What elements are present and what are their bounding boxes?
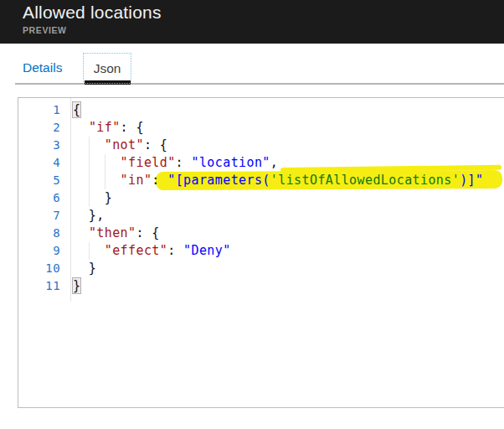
- line-content: {: [63, 101, 80, 119]
- token: "not": [105, 137, 144, 152]
- token: :: [152, 173, 167, 188]
- preview-badge: PREVIEW: [23, 25, 67, 35]
- bracket-match: {: [73, 102, 80, 117]
- line-number: 6: [18, 189, 63, 207]
- token: ,: [270, 155, 278, 170]
- token: 'listOfAllowedLocations': [270, 173, 460, 188]
- code-line[interactable]: 7 },: [18, 207, 504, 225]
- token: "[parameters(: [167, 173, 270, 188]
- token: )]": [460, 173, 483, 188]
- code-line[interactable]: 2 "if": {: [18, 119, 504, 137]
- token: [73, 173, 121, 188]
- line-number: 2: [18, 119, 63, 137]
- code-line[interactable]: 8 "then": {: [18, 225, 504, 242]
- token: : {: [136, 225, 159, 240]
- line-content: }: [63, 189, 112, 207]
- line-number: 4: [18, 154, 63, 172]
- token: "if": [89, 120, 121, 135]
- blade-header: Allowed locations PREVIEW: [0, 0, 504, 44]
- code-line[interactable]: 5 "in": "[parameters('listOfAllowedLocat…: [18, 172, 504, 189]
- token: [73, 225, 89, 240]
- code-line[interactable]: 9 "effect": "Deny": [18, 242, 504, 260]
- code-line[interactable]: 1{: [18, 101, 504, 119]
- line-number: 10: [18, 260, 63, 277]
- token: : {: [121, 120, 144, 135]
- code-line[interactable]: 3 "not": {: [18, 137, 504, 154]
- line-number: 9: [18, 242, 63, 260]
- token: [73, 243, 105, 258]
- code-line[interactable]: 10 }: [18, 260, 504, 277]
- line-content: "not": {: [63, 137, 167, 154]
- code-line[interactable]: 11}: [18, 277, 504, 295]
- line-number: 3: [18, 137, 63, 154]
- page-title: Allowed locations: [23, 3, 162, 23]
- token: [73, 155, 121, 170]
- token: [73, 120, 89, 135]
- line-content: }: [63, 260, 96, 277]
- line-content: "in": "[parameters('listOfAllowedLocatio…: [63, 172, 483, 189]
- token: },: [73, 208, 105, 223]
- line-content: "then": {: [63, 225, 160, 242]
- line-number: 7: [18, 207, 63, 225]
- token: }: [73, 190, 112, 205]
- token: : {: [144, 137, 167, 152]
- token: "field": [121, 155, 176, 170]
- json-editor[interactable]: 1{2 "if": {3 "not": {4 "field": "locatio…: [18, 97, 504, 408]
- tab-json-focus-ring[interactable]: Json: [83, 53, 131, 84]
- token: "in": [121, 173, 152, 188]
- tab-json[interactable]: Json: [84, 61, 131, 76]
- code-lines[interactable]: 1{2 "if": {3 "not": {4 "field": "locatio…: [18, 101, 504, 295]
- token: [73, 137, 105, 152]
- line-content: "effect": "Deny": [63, 242, 231, 260]
- line-number: 1: [18, 101, 63, 119]
- tab-details[interactable]: Details: [23, 60, 62, 75]
- token: }: [73, 261, 96, 276]
- line-content: },: [63, 207, 105, 225]
- line-number: 8: [18, 225, 63, 242]
- line-content: "field": "location",: [63, 154, 278, 172]
- line-number: 5: [18, 172, 63, 189]
- line-number: 11: [18, 277, 63, 295]
- token: "location": [191, 155, 270, 170]
- token: :: [167, 243, 183, 258]
- token: "effect": [105, 243, 167, 258]
- line-content: }: [63, 277, 80, 295]
- token: "then": [89, 225, 136, 240]
- line-content: "if": {: [63, 119, 144, 137]
- bracket-match: }: [73, 278, 80, 293]
- token: :: [176, 155, 192, 170]
- token: "Deny": [183, 243, 231, 258]
- code-line[interactable]: 6 }: [18, 189, 504, 207]
